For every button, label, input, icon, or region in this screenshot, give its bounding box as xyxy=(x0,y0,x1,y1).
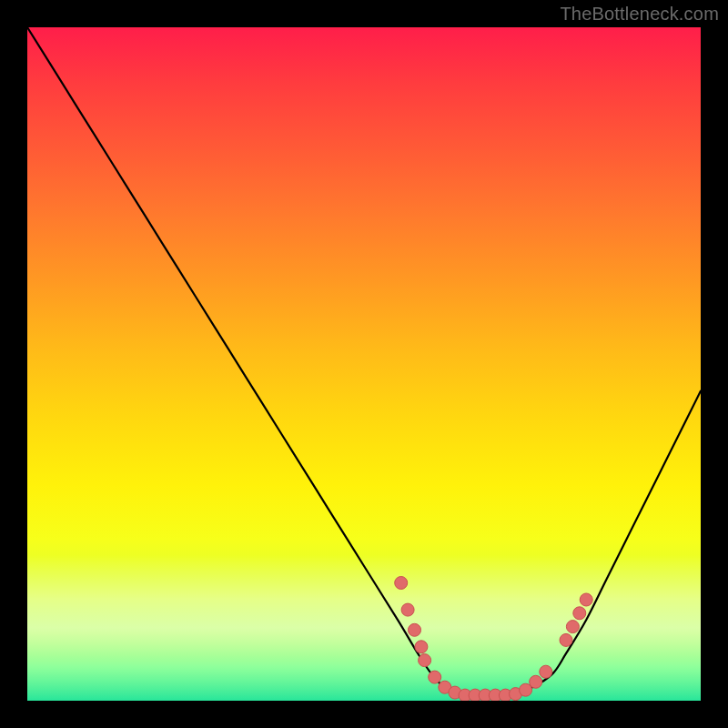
data-dot xyxy=(401,603,414,616)
data-dot xyxy=(409,623,421,636)
chart-frame: TheBottleneck.com xyxy=(0,0,728,728)
data-dot xyxy=(530,675,542,688)
data-dot xyxy=(419,654,431,667)
watermark-text: TheBottleneck.com xyxy=(560,4,719,25)
bottleneck-curve xyxy=(27,27,701,694)
data-dot xyxy=(429,671,441,683)
plot-area xyxy=(27,27,701,701)
data-dot xyxy=(560,633,572,646)
data-dot xyxy=(573,607,586,620)
curve-layer xyxy=(27,27,701,701)
data-dot xyxy=(566,621,579,633)
data-dot xyxy=(580,593,592,606)
data-dot xyxy=(415,641,428,653)
data-dot xyxy=(540,665,552,678)
data-dot xyxy=(395,577,408,590)
data-dots xyxy=(395,577,593,702)
